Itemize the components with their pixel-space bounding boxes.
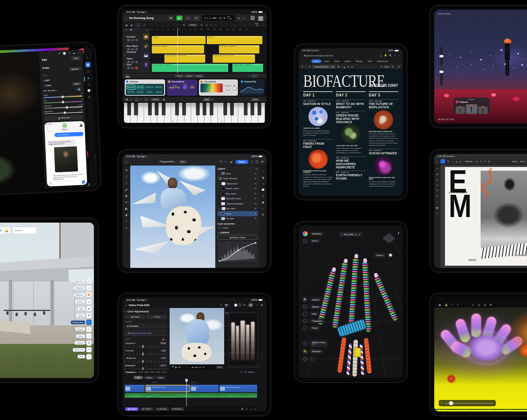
sketch-button[interactable]: Sketch [310,305,321,309]
share-icon[interactable]: ⤴ [69,52,70,55]
color-mix-button[interactable]: Color mix [45,115,83,121]
timeline-ruler[interactable]: 00:00:30 00:00:45 [122,381,259,384]
orient-icon[interactable]: ⬆ [397,232,400,235]
visibility-icon[interactable]: 👁 [255,173,257,175]
region[interactable]: Keyboard Player - Simple Pad [152,64,228,72]
measure-icon[interactable]: 📏 [302,349,308,354]
add-button[interactable]: Add [310,312,319,316]
send-button[interactable]: ↑ [82,180,85,184]
model-info-button[interactable]: Model Infoⓘ [71,347,92,352]
preset-button[interactable]: Epic Synth [136,85,145,90]
scrubber-handle[interactable] [449,401,453,405]
window-dot[interactable] [50,124,52,125]
masking-tool-icon[interactable]: ◑ [88,83,90,86]
layer-row[interactable]: Saturation boost👁 [217,196,258,201]
more-icon[interactable]: ⋯ [261,24,264,26]
clip-selected[interactable]: Skyline_Blue_Close [145,385,190,392]
clip[interactable]: Skyline_Blue_Backgro… [219,385,257,392]
count-in-badge[interactable]: +36 [237,17,240,19]
visibility-icon[interactable]: 👁 [255,207,257,210]
drive-knob[interactable]: Drive [183,83,187,90]
zoom-level[interactable]: 36% [179,160,187,164]
tab-track[interactable]: Track [175,74,184,78]
canvas[interactable]: E LECTRONIC M USIC [441,165,527,268]
snap-setting[interactable]: Snap 1/4 [254,23,258,27]
settings-icon[interactable]: ⚙ [250,14,255,22]
skip-fwd-icon[interactable]: ⏭ [179,366,180,368]
pen-tool-icon[interactable]: ✒ [436,189,438,192]
expand-icon[interactable]: ⌄ [219,207,220,210]
versions-tool-icon[interactable]: 🕓 [87,89,91,92]
italic-button[interactable]: I [341,66,342,68]
chevron-down-icon[interactable]: ⌄ [217,232,219,234]
layer-row[interactable]: Blue match👁 [217,191,258,196]
piano-black-key[interactable] [196,103,200,115]
add-mask-button[interactable]: ⊕ Add Mask [125,324,167,328]
undo-icon[interactable]: ↺ [220,160,222,163]
tab-output[interactable]: Output [194,74,204,78]
comment-icon[interactable]: 💬 [261,188,265,191]
fill-tool-icon[interactable]: ◧ [436,206,438,209]
node-tool-icon[interactable]: ✐ [460,160,462,163]
clone-tool-icon[interactable]: ♟ [125,213,128,217]
piano-white-key[interactable] [137,103,144,123]
auto-button[interactable]: Auto [71,56,81,60]
browse-button[interactable]: Browse [69,67,81,71]
adjustment-icon[interactable]: ◑ [262,183,264,185]
notifications-icon[interactable]: 🔔 [4,229,8,232]
fx-icon[interactable]: ⨍ [262,195,264,198]
song-title[interactable]: An Evening Song [129,16,154,20]
undo-icon[interactable]: ↺ [58,52,60,55]
bold-button[interactable]: B [338,66,339,68]
skip-back-icon[interactable]: ⏮ [172,366,174,368]
measure-button[interactable]: Measure [310,349,323,354]
info-icon[interactable]: ⓘ [256,160,258,164]
tint-slider[interactable]: Tint0 [44,98,82,104]
font-color-icon[interactable]: A̲ [351,66,353,68]
items-button[interactable]: Items [310,239,320,243]
format-painter-icon[interactable]: ⚲ [309,65,310,68]
visibility-icon[interactable]: 👁 [255,217,257,220]
play-surface-button[interactable]: Play [203,98,210,101]
drag-on-image-button[interactable]: ◉ Drag on image [217,235,258,240]
contrast-slider[interactable]: ◐ Contrast4.41 [125,349,167,355]
arpeggiator-icon[interactable]: ⬖ [212,98,213,101]
filter-icon[interactable]: ≔ [256,168,258,170]
items-icon[interactable]: ☷ [302,238,308,243]
crop-tool-icon[interactable]: ⌗ [125,220,127,223]
brush-size-slider[interactable] [440,47,443,66]
tab-home[interactable]: Home [311,59,321,63]
settings-icon[interactable]: ⚙ [261,160,264,163]
snap-icon[interactable]: ⧇ [476,160,477,163]
brush-icon[interactable]: 🖌 [488,160,490,163]
stop-icon[interactable]: ◻ [478,303,480,306]
clip-skimmer-icon[interactable]: ⧉ [245,371,246,373]
footer-more-icon[interactable]: ⋯ [262,75,264,77]
playhead[interactable] [177,28,178,73]
track-header-pads[interactable]: 4 Pads MSR 🎛 [122,60,150,69]
solo-button[interactable]: S [131,39,134,42]
gradient-tool-icon[interactable]: ◧ [125,207,128,210]
back-icon[interactable]: ‹ [302,55,302,57]
layer-row[interactable]: Yellow desaturation👁 [217,201,258,206]
save-icon[interactable]: ⇩ [456,303,459,306]
curves-histogram[interactable] [217,241,258,262]
avatar[interactable] [62,123,67,128]
piano-black-key[interactable] [223,103,227,115]
plugin-chromaverb[interactable]: ChromaVerb Decay Time Wet [199,79,238,96]
region[interactable]: Bass Player - Indie Disco [219,45,259,53]
mask-icon[interactable]: ◪ [262,176,264,179]
eyedropper-button[interactable]: 💧 [76,88,82,92]
lock-icon[interactable]: 🔒 [445,303,448,306]
volume-button[interactable]: 🔊Volume [140,407,154,411]
overwrite-icon[interactable]: ⇤ [255,408,256,410]
crop-tool-icon[interactable]: ⌗ [437,212,438,215]
color-mode-icon[interactable] [302,231,308,236]
more-icon[interactable]: ⋯ [451,160,454,163]
style-control[interactable]: StyleClean [190,85,194,89]
back-icon[interactable]: ‹ [125,310,126,313]
piano-black-key[interactable] [175,103,179,115]
transform-button[interactable]: Transform [310,319,325,323]
doc-name[interactable]: Fragmented ⌄ [160,160,177,163]
kb-more-icon[interactable]: ⋯ [262,98,264,101]
